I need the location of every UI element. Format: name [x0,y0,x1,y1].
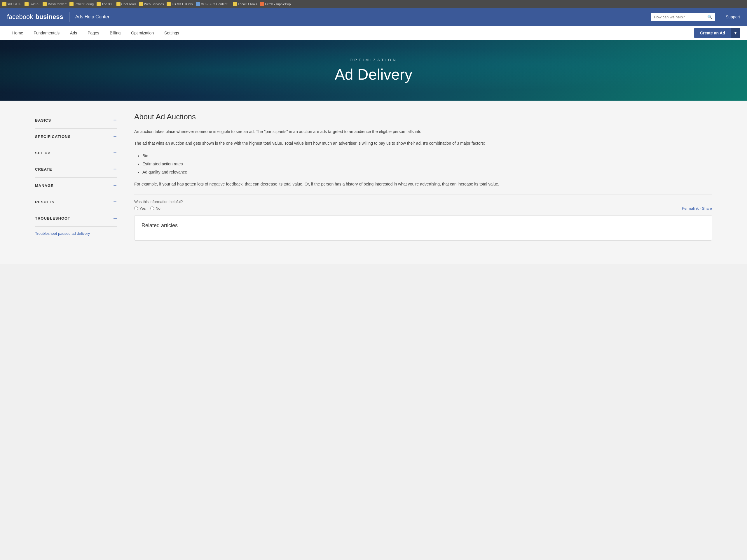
bookmark-SWIPE[interactable]: SWIPE [25,2,40,6]
create-ad-dropdown-button[interactable]: ▾ [731,28,740,38]
sidebar-item-setup[interactable]: SET UP + [35,145,117,161]
bookmark-PatientSpring[interactable]: PatientSpring [70,2,94,6]
article-body: An auction takes place whenever someone … [134,128,712,188]
create-ad-wrapper: Create an Ad ▾ [694,28,740,38]
folder-icon [43,2,47,6]
nav-pages[interactable]: Pages [82,27,104,39]
search-bar[interactable]: 🔍 [651,13,715,21]
helpful-options: Yes No [134,206,183,211]
expand-icon: + [113,150,117,156]
page-icon [196,2,200,6]
helpful-question: Was this information helpful? [134,199,183,204]
expand-icon: + [113,166,117,173]
hero-title: Ad Delivery [335,65,412,83]
hero-banner: OPTIMIZATION Ad Delivery [0,40,747,101]
related-articles-title: Related articles [141,222,705,229]
expand-icon: + [113,117,117,124]
site-header: facebook business Ads Help Center 🔍 Supp… [0,8,747,26]
bookmark-Fetch[interactable]: Fetch - RipplePop [260,2,291,6]
main-content: BASICS + SPECIFICATIONS + SET UP + CREAT… [0,101,747,264]
expand-icon: + [113,182,117,189]
bookmark-LocalUTools[interactable]: Local U Tools [233,2,257,6]
folder-icon [233,2,237,6]
helpful-left: Was this information helpful? Yes No [134,199,183,211]
helpful-row: Was this information helpful? Yes No Per [134,199,712,211]
header-site-title: Ads Help Center [75,14,109,20]
helpful-yes-option[interactable]: Yes [134,206,146,211]
bookmark-sHUSTLE[interactable]: sHUSTLE [2,2,22,6]
nav-home[interactable]: Home [7,27,28,39]
folder-icon [70,2,74,6]
nav-fundamentals[interactable]: Fundamentals [28,27,65,39]
header-divider [69,12,70,22]
folder-icon [117,2,121,6]
permalink-link[interactable]: Permalink [682,206,699,211]
share-link[interactable]: Share [702,206,712,211]
page-icon [260,2,264,6]
sidebar-item-troubleshoot[interactable]: TROUBLESHOOT – [35,210,117,226]
folder-icon [25,2,29,6]
bookmark-MC-SEO[interactable]: MC - SEO Content... [196,2,230,6]
sidebar-item-results[interactable]: RESULTS + [35,194,117,210]
helpful-yes-label: Yes [139,206,146,211]
sidebar-item-manage[interactable]: MANAGE + [35,178,117,194]
search-icon: 🔍 [707,15,712,19]
article-title: About Ad Auctions [134,112,712,121]
list-item-estimated: Estimated action rates [143,160,712,168]
nav-billing[interactable]: Billing [104,27,126,39]
folder-icon [166,2,171,6]
helpful-no-option[interactable]: No [150,206,160,211]
article-content: About Ad Auctions An auction takes place… [117,112,712,252]
expand-icon: + [113,198,117,205]
brand-facebook: facebook [7,13,33,21]
expand-icon: + [113,133,117,140]
permalink-share: Permalink · Share [682,206,712,211]
bookmark-The300[interactable]: The 300 [97,2,113,6]
folder-icon [139,2,143,6]
sidebar-item-basics[interactable]: BASICS + [35,112,117,129]
brand-logo[interactable]: facebook business [7,13,63,21]
folder-icon [2,2,6,6]
sidebar-item-create[interactable]: CREATE + [35,161,117,178]
collapse-icon: – [113,215,117,222]
article-paragraph-1: An auction takes place whenever someone … [134,128,712,135]
bookmarks-bar: sHUSTLE SWIPE MassConvert PatientSpring … [0,0,747,8]
helpful-section: Was this information helpful? Yes No Per [134,194,712,211]
main-nav: Home Fundamentals Ads Pages Billing Opti… [0,26,747,40]
folder-icon [97,2,101,6]
list-item-bid: Bid [143,152,712,160]
troubleshoot-paused-link[interactable]: Troubleshoot paused ad delivery [35,226,117,236]
helpful-no-radio[interactable] [150,207,154,210]
bookmark-FBMKTTools[interactable]: FB MKT TOols [166,2,192,6]
search-input[interactable] [654,15,705,19]
brand-business: business [35,13,63,21]
related-articles-section: Related articles [134,215,712,241]
sidebar-item-specifications[interactable]: SPECIFICATIONS + [35,129,117,145]
article-paragraph-3: For example, if your ad has gotten lots … [134,181,712,188]
list-item-quality: Ad quality and relevance [143,168,712,176]
bookmark-WebServices[interactable]: Web Services [139,2,164,6]
article-paragraph-2: The ad that wins an auction and gets sho… [134,140,712,147]
bookmark-MassConvert[interactable]: MassConvert [43,2,67,6]
sidebar: BASICS + SPECIFICATIONS + SET UP + CREAT… [35,112,117,252]
article-list: Bid Estimated action rates Ad quality an… [134,152,712,176]
hero-subtitle: OPTIMIZATION [350,58,397,62]
create-ad-button[interactable]: Create an Ad [694,28,731,38]
support-link[interactable]: Support [726,15,740,19]
nav-ads[interactable]: Ads [65,27,82,39]
bookmark-CoolTools[interactable]: Cool Tools [117,2,136,6]
nav-optimization[interactable]: Optimization [126,27,159,39]
helpful-no-label: No [156,206,160,211]
helpful-yes-radio[interactable] [134,207,138,210]
nav-settings[interactable]: Settings [159,27,184,39]
